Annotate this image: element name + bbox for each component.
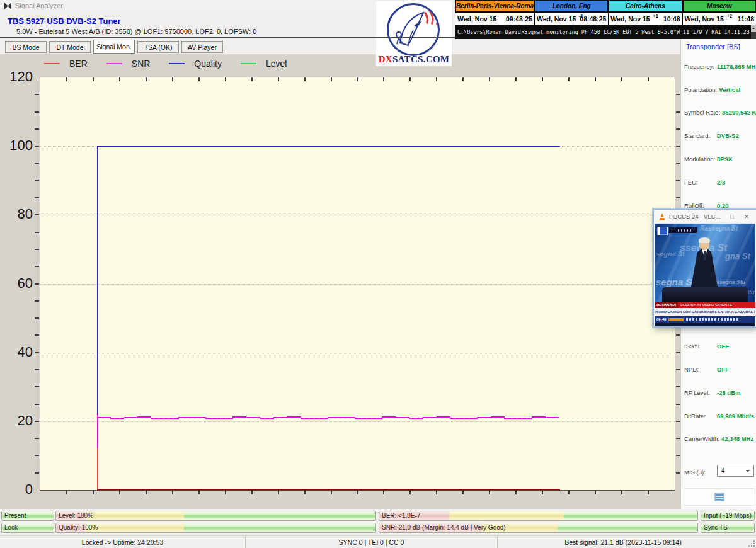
tab-signal-mon-[interactable]: Signal Mon.	[93, 40, 135, 54]
y-tick-right	[676, 438, 680, 439]
clock-time: 11:48	[738, 15, 754, 23]
y-tick-left	[35, 163, 39, 164]
transponder-label: ISSYI	[684, 343, 699, 350]
clock-time-row: Wed, Nov 15+211:48	[683, 13, 756, 25]
ber-line	[97, 489, 560, 490]
clock-date: Wed, Nov 15	[537, 15, 576, 23]
x-tick-bottom	[436, 491, 437, 494]
mis-dropdown[interactable]: 4	[717, 465, 754, 477]
x-tick-top	[462, 77, 464, 81]
x-tick-top	[66, 77, 67, 81]
y-tick-right	[676, 180, 680, 181]
transponder-value: 2/3	[717, 179, 725, 186]
video-bottom-strip	[655, 323, 755, 326]
studio-watermark: segna St	[656, 250, 685, 258]
meter-text: BER: <1.0E-7	[382, 512, 420, 519]
x-tick-top	[542, 77, 543, 81]
clock-city-label: London, Eng	[535, 0, 608, 12]
x-tick-top	[304, 77, 306, 81]
snr-line	[164, 418, 178, 419]
tab-bs-mode[interactable]: BS Mode	[5, 41, 47, 53]
minimize-button[interactable]: —	[711, 210, 723, 224]
vlc-titlebar[interactable]: FOCUS 24 - VLC... — □ ✕	[654, 210, 756, 224]
y-tick-left	[35, 352, 39, 353]
y-axis-label: 40	[0, 344, 33, 360]
snr-line	[151, 418, 165, 419]
panel-action-button[interactable]	[684, 488, 755, 506]
clock-time-row: Wed, Nov 15-108:48:25	[535, 13, 608, 25]
maximize-button[interactable]: □	[726, 210, 738, 224]
x-tick-top	[489, 77, 490, 81]
x-tick-top	[568, 77, 570, 81]
x-tick-top	[198, 77, 200, 81]
world-clocks: Berlin-Paris-Vienna-RomaWed, Nov 1509:48…	[455, 0, 756, 25]
snr-line	[518, 418, 532, 419]
y-tick-right	[676, 455, 680, 456]
tuner-title: TBS 5927 USB DVB-S2 Tuner	[8, 16, 121, 26]
transponder-row-carrierwidth: CarrierWidth:42,348 MHz	[684, 435, 755, 443]
y-tick-right	[676, 369, 680, 370]
resize-grip[interactable]	[748, 540, 755, 547]
y-axis-label: 20	[0, 413, 33, 429]
snr-line	[97, 417, 111, 418]
window-title: Signal Analyzer	[15, 2, 63, 9]
transponder-value: 35290,542 KS/s	[722, 109, 756, 117]
meter-input-19-mbps-: Input (~19 Mbps)	[701, 511, 755, 521]
x-tick-top	[225, 77, 226, 81]
vlc-cone-icon	[658, 213, 666, 220]
transponder-value: 42,348 MHz	[721, 435, 753, 443]
snr-line	[219, 418, 233, 419]
legend-line-sample	[241, 63, 256, 64]
clock-city-label: Moscow	[683, 0, 756, 12]
transponder-row-symbolrate: Symbol Rate:35290,542 KS/s	[684, 109, 755, 117]
legend-label: Quality	[194, 59, 222, 69]
x-tick-bottom	[331, 491, 332, 494]
tab-av-player[interactable]: AV Player	[181, 41, 223, 53]
legend-line-sample	[169, 63, 185, 64]
tab-bar: BS ModeDT ModeSignal Mon.TSA (OK)AV Play…	[5, 41, 223, 55]
snr-line	[504, 418, 518, 419]
chart-plot	[40, 77, 675, 491]
snr-line	[532, 416, 546, 418]
snr-line	[314, 418, 328, 419]
list-layers-icon	[715, 493, 724, 501]
y-tick-left	[35, 404, 39, 405]
x-tick-bottom	[621, 491, 622, 494]
transponder-value: DVB-S2	[717, 132, 739, 139]
transponder-value: Vertical	[719, 86, 740, 94]
x-tick-bottom	[383, 491, 384, 494]
x-tick-top	[595, 77, 596, 81]
meter-zone	[449, 511, 564, 520]
clock-cairo-athens: Cairo-AthensWed, Nov 15+110:48	[608, 0, 682, 25]
legend-item-level: Level	[241, 59, 287, 69]
vlc-window: FOCUS 24 - VLC... — □ ✕ ssegna StRassegn…	[653, 209, 756, 327]
x-tick-bottom	[489, 491, 490, 494]
tab-tsa-ok-[interactable]: TSA (OK)	[137, 41, 179, 53]
x-tick-top	[621, 77, 622, 81]
console-scrollbar[interactable]	[751, 25, 756, 39]
status-bar: Locked -> Uptime: 24:20:53SYNC 0 | TEI 0…	[0, 535, 756, 548]
clock-time-row: Wed, Nov 15+110:48	[609, 13, 682, 25]
y-tick-right	[676, 404, 680, 405]
snr-line	[491, 416, 505, 418]
meter-zone	[184, 511, 375, 520]
x-tick-top	[331, 77, 332, 81]
tuner-subtitle: 5.0W - Eutelsat 5 West A/B (ID: 3550) @ …	[16, 28, 256, 35]
statusbar-section: SYNC 0 | TEI 0 | CC 0	[246, 536, 498, 548]
presenter-tie	[704, 251, 706, 260]
tab-dt-mode[interactable]: DT Mode	[49, 41, 91, 53]
dxsatcs-logo: DXSATCS.COM	[376, 1, 452, 66]
transponder-header: Transponder [BS]	[686, 43, 740, 50]
x-tick-bottom	[119, 491, 120, 494]
y-axis-label: 120	[0, 69, 33, 85]
close-button[interactable]: ✕	[740, 210, 753, 224]
legend-line-sample	[44, 63, 60, 64]
x-tick-bottom	[595, 491, 596, 494]
legend-label: BER	[69, 59, 88, 69]
logo-text: DXSATCS.COM	[376, 54, 452, 65]
transponder-value: OFF	[717, 366, 729, 373]
y-tick-left	[35, 180, 39, 181]
transponder-label: CarrierWidth:	[684, 435, 719, 443]
y-tick-left	[35, 111, 39, 113]
legend-line-sample	[106, 63, 122, 64]
